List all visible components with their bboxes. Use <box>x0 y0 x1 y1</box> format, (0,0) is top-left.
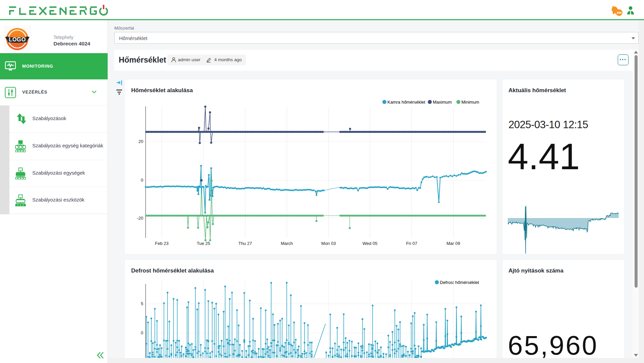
svg-text:Kamra hőmérséklet: Kamra hőmérséklet <box>387 100 425 105</box>
svg-text:Thu 27: Thu 27 <box>238 241 252 246</box>
svg-text:LOGO: LOGO <box>9 36 26 42</box>
svg-text:0: 0 <box>141 330 143 335</box>
svg-text:Tue 25: Tue 25 <box>197 241 210 246</box>
svg-text:Mon 03: Mon 03 <box>321 241 336 246</box>
svg-text:20: 20 <box>139 139 143 144</box>
svg-text:Feb 23: Feb 23 <box>155 241 168 246</box>
svg-text:Fri 07: Fri 07 <box>406 241 417 246</box>
svg-text:5: 5 <box>141 301 143 306</box>
svg-text:-20: -20 <box>137 216 143 221</box>
svg-text:0: 0 <box>141 178 143 183</box>
svg-text:Minimum: Minimum <box>461 100 479 105</box>
svg-text:999: 999 <box>617 11 621 14</box>
svg-text:Wed 05: Wed 05 <box>363 241 378 246</box>
svg-text:March: March <box>281 241 293 246</box>
svg-text:Maximum: Maximum <box>433 100 452 105</box>
svg-text:Defrost hőmérséklet: Defrost hőmérséklet <box>440 280 479 285</box>
svg-text:Mar 09: Mar 09 <box>447 241 460 246</box>
